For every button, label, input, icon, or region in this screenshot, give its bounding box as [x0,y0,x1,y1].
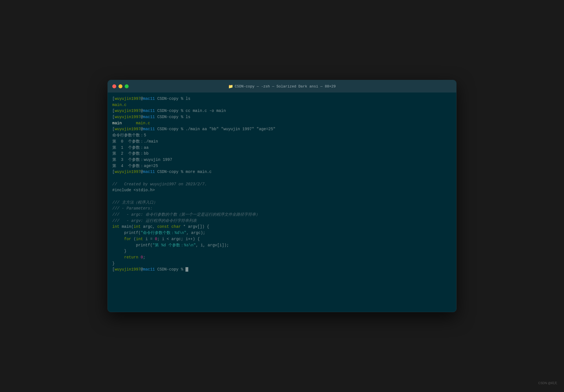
line-9: 第 1 个参数：aa [112,145,452,151]
terminal-body[interactable]: [wuyujin1997@mac11 CSDN-copy % ls main.c… [108,93,456,312]
minimize-button[interactable] [118,84,122,88]
code-5: /// - argc: 命令行参数的个数（第一个一定是运行的程序文件全路径字符串… [112,212,452,218]
code-11: } [112,248,452,254]
code-13: } [112,261,452,267]
line-1: [wuyujin1997@mac11 CSDN-copy % ls [112,96,452,102]
line-3: [wuyujin1997@mac11 CSDN-copy % cc main.c… [112,108,452,114]
line-12: 第 4 个参数：age=25 [112,163,452,169]
traffic-lights[interactable] [112,84,129,88]
code-1: // Created by wuyujin1997 on 2023/2/7. [112,181,452,188]
close-button[interactable] [112,84,116,88]
line-11: 第 3 个参数：wuyujin 1997 [112,157,452,163]
code-7: int main(int argc, const char * argv[]) … [112,224,452,230]
title-text: CSDN-copy — -zsh — Solarized Dark ansi —… [235,84,336,89]
folder-icon: 📁 [228,84,233,89]
code-2: #include <stdio.h> [112,187,452,193]
line-5: main main.c [112,120,452,127]
watermark: CSDN @码天 [538,381,557,385]
line-blank-1 [112,175,452,181]
code-3: /// 主方法（程序入口） [112,200,452,206]
code-4: /// - Parameters: [112,206,452,212]
line-8: 第 0 个参数：./main [112,139,452,145]
window-title: 📁 CSDN-copy — -zsh — Solarized Dark ansi… [228,84,336,89]
cursor [185,267,188,272]
titlebar: 📁 CSDN-copy — -zsh — Solarized Dark ansi… [108,80,456,93]
line-blank-2 [112,193,452,200]
line-final: [wuyujin1997@mac11 CSDN-copy % [112,267,452,273]
line-7: 命令行参数个数：5 [112,132,452,139]
line-10: 第 2 个参数：bb [112,151,452,157]
code-10: printf("第 %d 个参数：%s\n", i, argv[i]); [112,242,452,249]
code-12: return 0; [112,254,452,261]
code-8: printf("命令行参数个数：%d\n", argc); [112,230,452,236]
line-13: [wuyujin1997@mac11 CSDN-copy % more main… [112,169,452,175]
maximize-button[interactable] [125,84,129,88]
code-6: /// - argv: 运行程序的命令行字符串列表 [112,218,452,224]
line-2: main.c [112,102,452,108]
line-6: [wuyujin1997@mac11 CSDN-copy % ./main aa… [112,126,452,132]
code-9: for (int i = 0; i < argc; i++) { [112,236,452,242]
line-4: [wuyujin1997@mac11 CSDN-copy % ls [112,114,452,120]
terminal-window: 📁 CSDN-copy — -zsh — Solarized Dark ansi… [108,80,456,312]
